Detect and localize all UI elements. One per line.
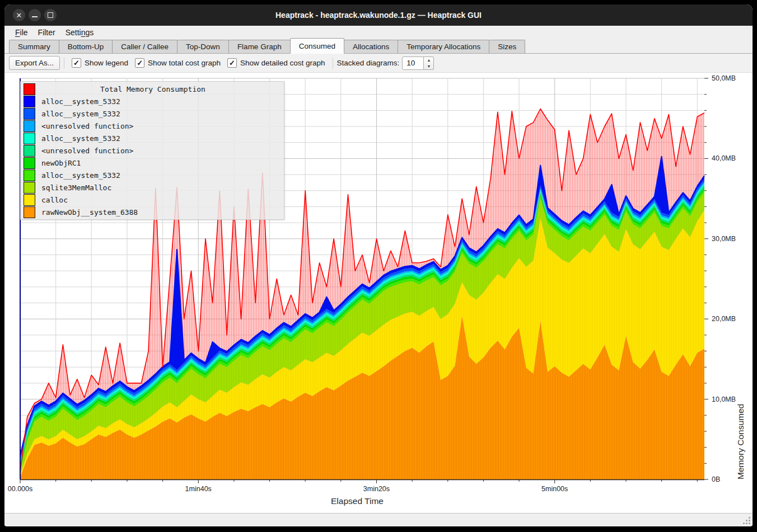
y-axis-label: 20,0MB	[712, 315, 736, 323]
legend-swatch	[24, 145, 35, 157]
maximize-icon	[48, 12, 53, 18]
legend-row: alloc__system_5332	[21, 107, 284, 120]
legend-row: newObjRC1	[21, 157, 284, 169]
x-axis-label: 3min20s	[363, 485, 390, 493]
chart-panel: 00.000s1min40s3min20s5min00s 0B10,0MB20,…	[4, 73, 753, 513]
minimize-button[interactable]	[29, 9, 41, 21]
maximize-button[interactable]	[44, 9, 57, 21]
x-axis-label: 00.000s	[8, 485, 32, 493]
legend-swatch	[24, 157, 35, 169]
legend-swatch	[24, 83, 35, 95]
titlebar: ✕ Heaptrack - heaptrack.wakunode.1.gz — …	[4, 4, 753, 26]
legend-row: alloc__system_5332	[21, 132, 284, 144]
tab-top-down[interactable]: Top-Down	[177, 40, 229, 53]
legend-label: newObjRC1	[41, 159, 81, 167]
tab-bottom-up[interactable]: Bottom-Up	[59, 40, 113, 53]
menu-item-settings[interactable]: Settings	[60, 27, 99, 38]
legend-row: alloc__system_5332	[21, 169, 284, 181]
checkmark-icon: ✓	[72, 58, 81, 68]
stacked-diagrams-input[interactable]	[402, 57, 424, 70]
legend-swatch	[24, 96, 35, 107]
window-title: Heaptrack - heaptrack.wakunode.1.gz — He…	[4, 11, 753, 20]
legend-label: rawNewObj__system_6388	[41, 208, 138, 216]
tab-allocations[interactable]: Allocations	[344, 40, 398, 53]
minimize-icon	[32, 16, 38, 17]
x-axis-label: 5min00s	[541, 485, 568, 493]
legend-swatch	[24, 108, 35, 120]
tab-caller-callee[interactable]: Caller / Callee	[112, 40, 177, 53]
legend-swatch	[24, 182, 35, 194]
stacked-diagrams-spinbox: ▲ ▼	[402, 57, 434, 70]
checkmark-icon: ✓	[227, 58, 237, 68]
legend-label: <unresolved function>	[41, 122, 133, 130]
legend-label: alloc__system_5332	[41, 171, 120, 180]
legend-row: sqlite3MemMalloc	[21, 181, 284, 194]
legend-swatch	[24, 133, 35, 144]
toolbar-separator	[64, 58, 64, 69]
legend-label: sqlite3MemMalloc	[41, 183, 111, 192]
tab-flame-graph[interactable]: Flame Graph	[228, 40, 291, 53]
tab-sizes[interactable]: Sizes	[489, 40, 525, 53]
axis-title-elapsed-time: Elapsed Time	[4, 496, 710, 506]
legend-label: calloc	[41, 196, 68, 204]
legend-label: <unresolved function>	[41, 147, 133, 155]
stacked-diagrams-label: Stacked diagrams:	[337, 59, 400, 67]
legend-swatch	[24, 194, 35, 206]
checkbox-show-legend[interactable]: ✓Show legend	[72, 58, 128, 68]
checkbox-show-detailed-cost-graph[interactable]: ✓Show detailed cost graph	[227, 58, 325, 68]
legend-swatch	[24, 120, 35, 132]
spin-down-button[interactable]: ▼	[424, 63, 433, 69]
y-axis-label: 30,0MB	[712, 235, 736, 243]
y-axis-label: 50,0MB	[712, 74, 736, 82]
y-axis-label: 0B	[712, 475, 720, 483]
status-bar	[4, 513, 753, 526]
export-as-button[interactable]: Export As...	[9, 56, 60, 70]
x-axis-label: 1min40s	[185, 485, 212, 493]
legend-swatch	[24, 170, 35, 181]
resize-grip[interactable]	[742, 516, 750, 524]
tab-bar: SummaryBottom-UpCaller / CalleeTop-DownF…	[4, 39, 753, 54]
legend-row: <unresolved function>	[21, 120, 284, 132]
menubar: FileFilterSettings	[4, 26, 753, 39]
legend-row: rawNewObj__system_6388	[21, 206, 284, 218]
checkbox-show-total-cost-graph[interactable]: ✓Show total cost graph	[135, 58, 221, 68]
chart-legend: Total Memory Consumptionalloc__system_53…	[20, 81, 284, 220]
y-axis-label: 40,0MB	[712, 154, 736, 162]
tab-summary[interactable]: Summary	[9, 40, 59, 53]
legend-label: alloc__system_5332	[41, 134, 120, 143]
legend-row: calloc	[21, 194, 284, 206]
tab-consumed[interactable]: Consumed	[290, 38, 344, 54]
legend-row: alloc__system_5332	[21, 95, 284, 107]
close-button[interactable]: ✕	[13, 9, 25, 21]
legend-label: alloc__system_5332	[41, 110, 120, 118]
legend-swatch	[24, 206, 35, 218]
y-axis-label: 10,0MB	[712, 396, 736, 403]
checkmark-icon: ✓	[135, 58, 144, 68]
menu-item-filter[interactable]: Filter	[33, 27, 60, 38]
toolbar: Export As... ✓Show legend✓Show total cos…	[4, 54, 753, 73]
heaptrack-window: ✕ Heaptrack - heaptrack.wakunode.1.gz — …	[4, 4, 753, 526]
axis-title-memory-consumed: Memory Consumed	[736, 78, 746, 479]
legend-label: alloc__system_5332	[41, 97, 120, 106]
legend-label: Total Memory Consumption	[35, 85, 270, 93]
legend-row: <unresolved function>	[21, 144, 284, 157]
menu-item-file[interactable]: File	[10, 27, 33, 38]
legend-row: Total Memory Consumption	[21, 83, 284, 95]
spin-up-button[interactable]: ▲	[424, 57, 433, 63]
tab-temporary-allocations[interactable]: Temporary Allocations	[398, 40, 489, 53]
toolbar-separator	[333, 58, 333, 69]
